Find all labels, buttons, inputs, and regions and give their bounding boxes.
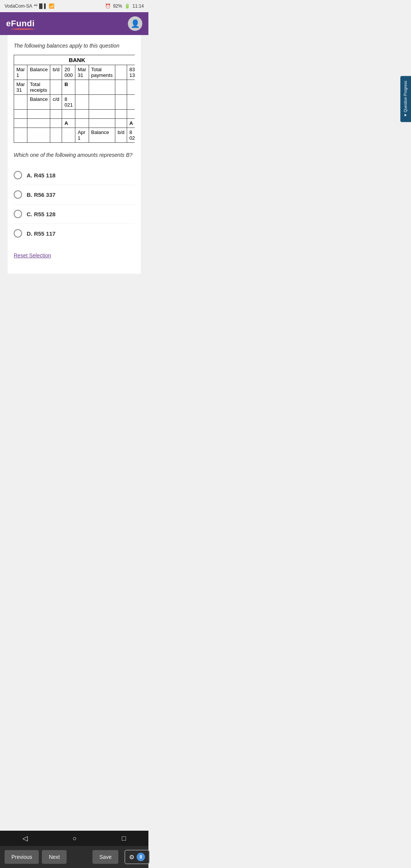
cell-empty9 xyxy=(89,95,115,110)
cell-empty8 xyxy=(75,95,89,110)
cell-B: B xyxy=(62,80,75,95)
table-row: A A xyxy=(14,119,135,128)
cell-blank4 xyxy=(62,110,75,119)
cell-bd1: b/d xyxy=(50,65,62,80)
cell-empty5 xyxy=(115,80,127,95)
cell-mar1: Mar1 xyxy=(14,65,27,80)
cell-blank14 xyxy=(115,119,127,128)
table-row: Mar31 Totalreceipts B xyxy=(14,80,135,95)
cell-blank7 xyxy=(115,110,127,119)
bank-table: BANK Mar1 Balance b/d 20000 Mar31 Totalp… xyxy=(14,55,135,143)
cell-empty7 xyxy=(14,95,27,110)
app-logo: eFundi xyxy=(6,19,35,29)
status-left: VodaCom-SA ⁴⁶▐▌▌ 📶 xyxy=(5,3,54,9)
main-content: The following balances apply to this que… xyxy=(8,35,141,274)
cell-8021a: 8021 xyxy=(62,95,75,110)
cell-cd: c/d xyxy=(50,95,62,110)
alarm-icon: ⏰ xyxy=(105,3,111,9)
cell-empty2 xyxy=(50,80,62,95)
battery-icon: 🔋 xyxy=(124,3,130,9)
cell-83138: 83138 xyxy=(127,65,135,80)
battery-text: 92% xyxy=(113,3,122,9)
logo-fundi: Fundi xyxy=(11,19,35,29)
intro-text: The following balances apply to this que… xyxy=(14,43,135,49)
cell-blank13 xyxy=(89,119,115,128)
cell-blank6 xyxy=(89,110,115,119)
cell-blank2 xyxy=(27,110,50,119)
cell-blank12 xyxy=(75,119,89,128)
options-list: A. R45 118 B. R56 337 C. R55 128 D. R55 … xyxy=(14,166,135,243)
option-label-B: B. R56 337 xyxy=(27,191,56,198)
cell-empty4 xyxy=(89,80,115,95)
wifi-icon: 📶 xyxy=(49,3,54,9)
cell-blank15 xyxy=(14,128,27,143)
cell-balance3: Balance xyxy=(89,128,115,143)
cell-blank17 xyxy=(50,128,62,143)
cell-blank9 xyxy=(14,119,27,128)
cell-blank18 xyxy=(62,128,75,143)
option-item-A[interactable]: A. R45 118 xyxy=(14,166,135,185)
option-item-B[interactable]: B. R56 337 xyxy=(14,185,135,204)
cell-balance1: Balance xyxy=(27,65,50,80)
cell-total-receipts: Totalreceipts xyxy=(27,80,50,95)
option-label-A: A. R45 118 xyxy=(27,172,56,179)
cell-blank11 xyxy=(50,119,62,128)
cell-blank16 xyxy=(27,128,50,143)
cell-A-left: A xyxy=(62,119,75,128)
table-body: Mar1 Balance b/d 20000 Mar31 Totalpaymen… xyxy=(14,65,135,143)
status-bar: VodaCom-SA ⁴⁶▐▌▌ 📶 ⏰ 92% 🔋 11:14 xyxy=(0,0,148,12)
app-header: eFundi 👤 xyxy=(0,12,148,35)
cell-blank8 xyxy=(127,110,135,119)
bank-table-wrapper: BANK Mar1 Balance b/d 20000 Mar31 Totalp… xyxy=(14,55,135,143)
cell-blank5 xyxy=(75,110,89,119)
option-label-C: C. R55 128 xyxy=(27,211,56,217)
option-label-D: D. R55 117 xyxy=(27,230,56,237)
radio-D[interactable] xyxy=(14,229,22,238)
table-row: Apr1 Balance b/d 8021 xyxy=(14,128,135,143)
cell-empty6 xyxy=(127,80,135,95)
avatar-icon: 👤 xyxy=(131,19,140,28)
cell-mar31-2: Mar31 xyxy=(14,80,27,95)
radio-B[interactable] xyxy=(14,190,22,199)
table-row: Balance c/d 8021 xyxy=(14,95,135,110)
cell-empty1 xyxy=(115,65,127,80)
status-right: ⏰ 92% 🔋 11:14 xyxy=(105,3,144,9)
option-item-D[interactable]: D. R55 117 xyxy=(14,224,135,243)
cell-8021b: 8021 xyxy=(127,128,135,143)
cell-empty3 xyxy=(75,80,89,95)
cell-empty10 xyxy=(115,95,127,110)
cell-bd2: b/d xyxy=(115,128,127,143)
cell-A-right: A xyxy=(127,119,135,128)
cell-20000: 20000 xyxy=(62,65,75,80)
signal-strength: ⁴⁶▐▌▌ xyxy=(34,3,48,9)
radio-C[interactable] xyxy=(14,210,22,218)
cell-apr1: Apr1 xyxy=(75,128,89,143)
reset-selection-link[interactable]: Reset Selection xyxy=(14,252,51,258)
cell-blank1 xyxy=(14,110,27,119)
option-item-C[interactable]: C. R55 128 xyxy=(14,204,135,224)
logo-e: e xyxy=(6,19,11,28)
cell-blank3 xyxy=(50,110,62,119)
cell-blank10 xyxy=(27,119,50,128)
carrier-text: VodaCom-SA xyxy=(5,3,32,9)
table-row: Mar1 Balance b/d 20000 Mar31 Totalpaymen… xyxy=(14,65,135,80)
question-text: Which one of the following amounts repre… xyxy=(14,152,135,158)
radio-A[interactable] xyxy=(14,171,22,179)
time-text: 11:14 xyxy=(132,3,144,9)
cell-total-payments: Totalpayments xyxy=(89,65,115,80)
cell-empty11 xyxy=(127,95,135,110)
cell-balance2: Balance xyxy=(27,95,50,110)
cell-mar31: Mar31 xyxy=(75,65,89,80)
table-title: BANK xyxy=(14,55,135,65)
user-avatar[interactable]: 👤 xyxy=(128,16,142,31)
table-row xyxy=(14,110,135,119)
